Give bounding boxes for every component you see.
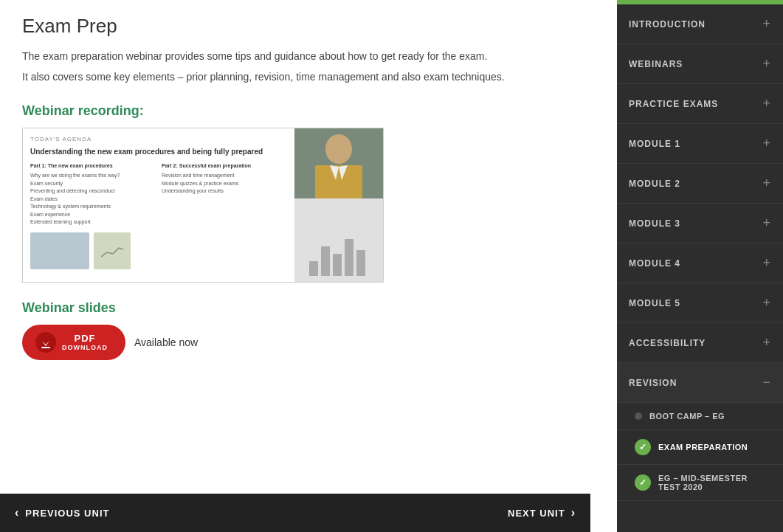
sidebar-item-label: INTRODUCTION (629, 19, 706, 30)
col2-item: Understanding your results (162, 187, 287, 196)
sidebar-item-module-3[interactable]: MODULE 3+ (617, 204, 783, 243)
sidebar-item-module-1[interactable]: MODULE 1+ (617, 124, 783, 164)
sidebar-item-label: MODULE 3 (629, 218, 680, 229)
col1-item: Preventing and detecting misconduct (30, 187, 156, 196)
sub-item-label: BOOT CAMP – EG (649, 412, 725, 421)
sidebar-item-label: REVISION (629, 378, 677, 388)
sidebar-item-label: WEBINARS (629, 59, 683, 69)
available-now-text: Available now (134, 336, 198, 348)
next-arrow-icon: › (571, 506, 576, 519)
svg-rect-2 (315, 165, 362, 198)
download-icon (35, 332, 56, 353)
plus-icon: + (762, 335, 771, 350)
svg-point-1 (325, 134, 352, 164)
col1-item: Exam security (30, 180, 156, 188)
image-placeholder-2 (94, 232, 131, 269)
minus-icon: − (762, 375, 771, 390)
sub-item-label: EG – MID-SEMESTER TEST 2020 (658, 474, 771, 491)
sidebar-item-module-4[interactable]: MODULE 4+ (617, 243, 783, 283)
chart-icon (101, 243, 123, 258)
plus-icon: + (762, 215, 771, 231)
image-placeholder-1 (30, 232, 89, 269)
intro-line-2: It also covers some key elements – prior… (22, 69, 595, 85)
video-left-panel: TODAY'S AGENDA Understanding the new exa… (23, 128, 294, 282)
video-right-panel (294, 128, 383, 282)
prev-arrow-icon: ‹ (15, 506, 19, 519)
sidebar-item-label: MODULE 4 (629, 258, 680, 269)
col2-item: Module quizzes & practice exams (162, 180, 287, 188)
svg-marker-10 (42, 337, 49, 346)
sidebar: INTRODUCTION+WEBINARS+PRACTICE EXAMS+MOD… (617, 0, 783, 532)
intro-line-1: The exam preparation webinar provides so… (22, 48, 595, 64)
sidebar-item-label: MODULE 1 (629, 139, 680, 149)
plus-icon: + (762, 16, 771, 32)
sidebar-sub-item-boot-camp[interactable]: BOOT CAMP – EG (617, 403, 783, 430)
svg-rect-5 (309, 261, 318, 276)
col1-item: Technology & system requirements (30, 203, 156, 211)
bottom-navigation: ‹ PREVIOUS UNIT NEXT UNIT › (0, 494, 590, 532)
sidebar-sub-item-exam-preparation[interactable]: ✓EXAM PREPARATION (617, 430, 783, 465)
sub-dot-icon (635, 412, 642, 420)
previous-unit-button[interactable]: ‹ PREVIOUS UNIT (15, 506, 109, 519)
pdf-btn-text: PDF DOWNLOAD (62, 333, 108, 352)
sidebar-sub-item-mid-semester[interactable]: ✓EG – MID-SEMESTER TEST 2020 (617, 465, 783, 501)
svg-rect-7 (333, 254, 342, 276)
presenter-avatar (294, 128, 383, 198)
sidebar-item-label: ACCESSIBILITY (629, 338, 706, 348)
col1-item: Exam experience (30, 211, 156, 219)
arrow-down-icon (39, 336, 52, 349)
col2-item: Revision and time management (162, 172, 287, 180)
download-label: DOWNLOAD (62, 344, 108, 352)
chart-area (294, 198, 383, 283)
webinar-slides-heading: Webinar slides (22, 300, 595, 316)
presenter-photo (294, 128, 383, 198)
sub-item-label: EXAM PREPARATION (658, 443, 748, 452)
sidebar-item-accessibility[interactable]: ACCESSIBILITY+ (617, 323, 783, 363)
col1-item: Why are we doing the exams this way? (30, 172, 156, 180)
sidebar-item-module-5[interactable]: MODULE 5+ (617, 283, 783, 323)
agenda-col-2: Part 2: Successful exam preparation Revi… (162, 162, 287, 227)
col1-header: Part 1: The new exam procedures (30, 162, 156, 170)
plus-icon: + (762, 295, 771, 311)
sidebar-item-label: MODULE 2 (629, 179, 680, 189)
agenda-columns: Part 1: The new exam procedures Why are … (30, 162, 287, 227)
svg-rect-9 (356, 250, 365, 276)
sidebar-item-module-2[interactable]: MODULE 2+ (617, 164, 783, 204)
plus-icon: + (762, 176, 771, 191)
sidebar-item-webinars[interactable]: WEBINARS+ (617, 44, 783, 84)
svg-rect-8 (345, 239, 353, 276)
next-unit-button[interactable]: NEXT UNIT › (508, 506, 576, 519)
next-unit-label: NEXT UNIT (508, 508, 565, 519)
video-thumbnail[interactable]: TODAY'S AGENDA Understanding the new exa… (22, 128, 384, 283)
sidebar-item-practice-exams[interactable]: PRACTICE EXAMS+ (617, 84, 783, 124)
sidebar-items-container: INTRODUCTION+WEBINARS+PRACTICE EXAMS+MOD… (617, 4, 783, 501)
plus-icon: + (762, 56, 771, 72)
bottom-images (30, 232, 287, 269)
svg-rect-11 (41, 347, 50, 348)
main-content: Exam Prep The exam preparation webinar p… (0, 0, 617, 532)
page-title: Exam Prep (22, 15, 595, 38)
previous-unit-label: PREVIOUS UNIT (25, 508, 109, 519)
sidebar-item-revision[interactable]: REVISION− (617, 363, 783, 403)
sidebar-item-label: MODULE 5 (629, 298, 680, 308)
col2-header: Part 2: Successful exam preparation (162, 162, 287, 170)
pdf-label: PDF (62, 333, 108, 345)
agenda-col-1: Part 1: The new exam procedures Why are … (30, 162, 156, 227)
sidebar-item-introduction[interactable]: INTRODUCTION+ (617, 4, 783, 44)
chart-svg (309, 232, 368, 276)
sub-check-icon: ✓ (635, 474, 651, 491)
col1-item: Exam dates (30, 196, 156, 204)
sidebar-item-label: PRACTICE EXAMS (629, 99, 718, 109)
plus-icon: + (762, 96, 771, 111)
video-content: TODAY'S AGENDA Understanding the new exa… (23, 128, 383, 282)
pdf-download-section: PDF DOWNLOAD Available now (22, 325, 595, 360)
plus-icon: + (762, 136, 771, 151)
webinar-recording-heading: Webinar recording: (22, 103, 595, 119)
plus-icon: + (762, 255, 771, 271)
sub-check-icon: ✓ (635, 439, 651, 455)
col1-item: Extended learning support (30, 218, 156, 227)
agenda-title: Understanding the new exam procedures an… (30, 147, 287, 156)
svg-rect-6 (321, 246, 330, 276)
agenda-label: TODAY'S AGENDA (30, 136, 287, 142)
pdf-download-button[interactable]: PDF DOWNLOAD (22, 325, 125, 360)
